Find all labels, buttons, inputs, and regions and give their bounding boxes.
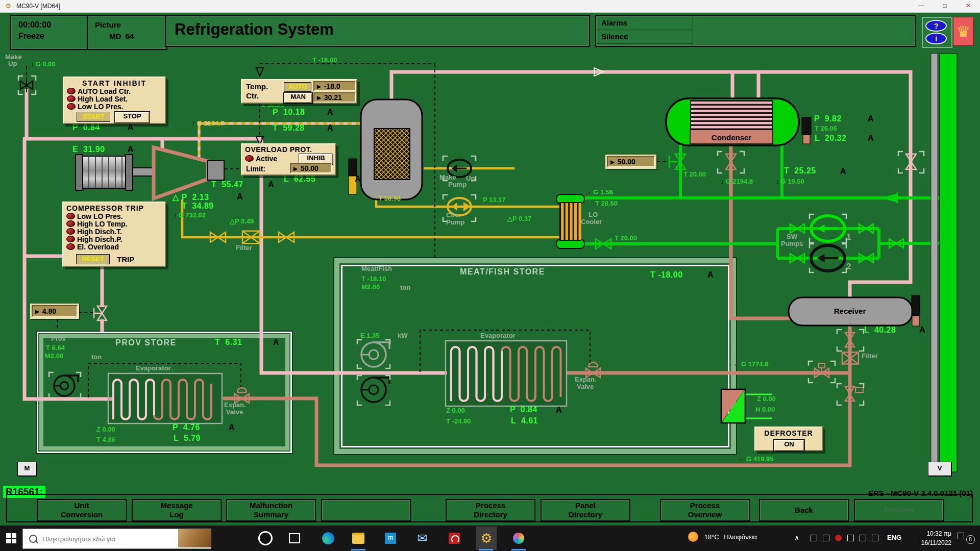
taskbar-search[interactable] bbox=[22, 529, 211, 549]
picture-panel[interactable]: Picture MD 64 bbox=[87, 15, 167, 50]
task-view-icon[interactable] bbox=[286, 530, 303, 547]
stop-button[interactable]: STOP bbox=[115, 112, 150, 123]
v-button[interactable]: V bbox=[928, 462, 951, 476]
tray-clock[interactable]: 10:32 πμ16/11/2022 bbox=[908, 529, 951, 547]
compressor-trip-led-2 bbox=[66, 228, 75, 235]
sim-clock: 00:00:00 bbox=[18, 19, 89, 31]
screen: ⚙ MC90-V [MD64] — □ ✕ 00:00:00 Freeze Pi… bbox=[0, 0, 980, 551]
picture-number: MD 64 bbox=[95, 31, 166, 42]
compressor-trip-led-4 bbox=[66, 243, 75, 250]
nav-process-overview[interactable]: ProcessOverview bbox=[660, 499, 750, 521]
edge-icon[interactable] bbox=[320, 530, 337, 547]
tray-chevron-icon[interactable]: ∧ bbox=[794, 534, 799, 551]
limit-field[interactable]: ▶50.00 bbox=[290, 163, 332, 173]
maximize-button[interactable]: □ bbox=[933, 0, 957, 12]
window-title: MC90-V [MD64] bbox=[16, 3, 60, 10]
compressor-trip-label-1: High LO Temp. bbox=[77, 220, 128, 228]
capacity-field[interactable]: ▶30.21 bbox=[313, 92, 356, 103]
minimize-button[interactable]: — bbox=[910, 0, 933, 12]
clock-panel: 00:00:00 Freeze bbox=[10, 15, 90, 50]
tray-icon-4[interactable] bbox=[860, 535, 866, 541]
compressor-trip-label-4: El. Overload bbox=[77, 243, 119, 251]
paint3d-running-indicator bbox=[511, 549, 526, 550]
alarms-button[interactable]: Alarms bbox=[596, 16, 693, 30]
acrobat-icon[interactable] bbox=[446, 530, 463, 547]
opera-icon[interactable] bbox=[257, 530, 274, 547]
nav-forward[interactable]: Forward bbox=[854, 499, 944, 521]
mc90-running-indicator bbox=[479, 549, 493, 550]
silence-button[interactable]: Silence bbox=[596, 30, 693, 44]
tray-icon-1[interactable] bbox=[811, 535, 817, 541]
defroster-title: DEFROSTER bbox=[758, 429, 819, 437]
temp-ctr-label2: Ctr. bbox=[246, 91, 259, 100]
news-thumbnail[interactable] bbox=[178, 529, 211, 547]
temp-setpoint-field[interactable]: ▶-18.0 bbox=[313, 81, 356, 91]
paint3d-icon[interactable] bbox=[510, 530, 527, 547]
inhib-button[interactable]: INHIB bbox=[299, 154, 333, 164]
weather-widget[interactable]: 18°C Ηλιοφάνεια bbox=[688, 532, 757, 551]
prov-store-room bbox=[37, 332, 292, 453]
start-inhibit-label-1: High Load Set. bbox=[78, 95, 128, 103]
nav-malfunction-summary[interactable]: MalfunctionSummary bbox=[226, 499, 316, 521]
weather-icon bbox=[688, 532, 698, 542]
overload-active-label: Active bbox=[256, 155, 277, 162]
sim-mode: Freeze bbox=[18, 31, 89, 42]
start-inhibit-label-2: Low LO Pres. bbox=[78, 103, 123, 110]
nav-unit-conversion[interactable]: UnitConversion bbox=[37, 499, 127, 521]
page-title-panel: Refrigeration System bbox=[165, 15, 590, 47]
start-inhibit-led-1 bbox=[67, 95, 76, 102]
kongsberg-emblem-icon: ♛ bbox=[953, 17, 974, 46]
mail-icon[interactable]: ✉ bbox=[413, 530, 431, 547]
compressor-trip-led-3 bbox=[66, 236, 75, 242]
tray-icon-3[interactable] bbox=[847, 535, 854, 541]
compressor-trip-label-0: Low LO Pres. bbox=[77, 213, 122, 220]
search-input[interactable] bbox=[41, 535, 161, 543]
picture-label: Picture bbox=[95, 19, 166, 31]
temp-controller-panel: Temp. Ctr. AUTO MAN ▶-18.0 ▶30.21 bbox=[241, 79, 357, 104]
search-icon bbox=[29, 535, 37, 543]
windows-taskbar: ⊞ ✉ ⚙ 18°C Ηλιοφάνεια ∧ ENG 10:32 πμ16/1… bbox=[0, 525, 980, 551]
reset-button[interactable]: RESET bbox=[76, 254, 110, 264]
nav-process-directory[interactable]: ProcessDirectory bbox=[446, 499, 535, 521]
defroster-panel: DEFROSTER ON bbox=[754, 427, 823, 451]
overload-protection-panel: OVERLOAD PROT. Active INHIB Limit: ▶50.0… bbox=[241, 143, 336, 176]
limit-label: Limit: bbox=[246, 165, 265, 173]
receiver-label: Receiver bbox=[801, 307, 898, 315]
start-button[interactable]: START bbox=[77, 112, 110, 122]
defroster-on-button[interactable]: ON bbox=[774, 440, 804, 451]
field-arrow-icon: ▶ bbox=[35, 309, 39, 314]
compressor-trip-panel: COMPRESSOR TRIP Low LO Pres.High LO Temp… bbox=[62, 202, 166, 267]
field-arrow-icon: ▶ bbox=[293, 166, 298, 171]
nav-panel-directory[interactable]: PanelDirectory bbox=[541, 499, 630, 521]
nav-back[interactable]: Back bbox=[759, 499, 849, 521]
help-box: ? i bbox=[922, 17, 952, 48]
m-button[interactable]: M bbox=[17, 462, 37, 476]
temp-ctr-label1: Temp. bbox=[246, 82, 268, 91]
compressor-trip-led-0 bbox=[66, 213, 75, 219]
help-icon[interactable]: ? bbox=[925, 20, 947, 32]
auto-mode-button[interactable]: AUTO bbox=[284, 82, 311, 92]
close-button[interactable]: ✕ bbox=[957, 0, 980, 12]
language-indicator[interactable]: ENG bbox=[887, 534, 901, 551]
info-icon[interactable]: i bbox=[925, 33, 947, 44]
condenser-setpoint-field[interactable]: ▶50.00 bbox=[607, 156, 655, 167]
tray-speaker-icon[interactable] bbox=[872, 535, 878, 541]
man-mode-button[interactable]: MAN bbox=[284, 93, 312, 103]
field-arrow-icon: ▶ bbox=[317, 84, 321, 89]
window-titlebar: ⚙ MC90-V [MD64] — □ ✕ bbox=[0, 0, 980, 13]
compressor-trip-led-1 bbox=[66, 220, 75, 227]
start-button[interactable] bbox=[6, 533, 16, 543]
explorer-running-indicator bbox=[351, 549, 365, 550]
ms-store-icon[interactable]: ⊞ bbox=[382, 530, 399, 547]
nav-blank bbox=[321, 499, 411, 521]
nav-message-log[interactable]: MessageLog bbox=[132, 499, 222, 521]
overload-active-led bbox=[245, 155, 254, 162]
file-explorer-icon[interactable] bbox=[350, 530, 367, 547]
overload-title: OVERLOAD PROT. bbox=[245, 145, 332, 154]
tray-icon-alert[interactable] bbox=[835, 535, 842, 541]
prov-setpoint-field[interactable]: ▶4.80 bbox=[32, 305, 78, 317]
condenser-label: Condenser bbox=[693, 133, 770, 142]
mc90-app-icon[interactable]: ⚙ bbox=[478, 530, 495, 547]
notification-center[interactable]: 8 bbox=[958, 533, 975, 551]
tray-icon-2[interactable] bbox=[823, 535, 829, 541]
